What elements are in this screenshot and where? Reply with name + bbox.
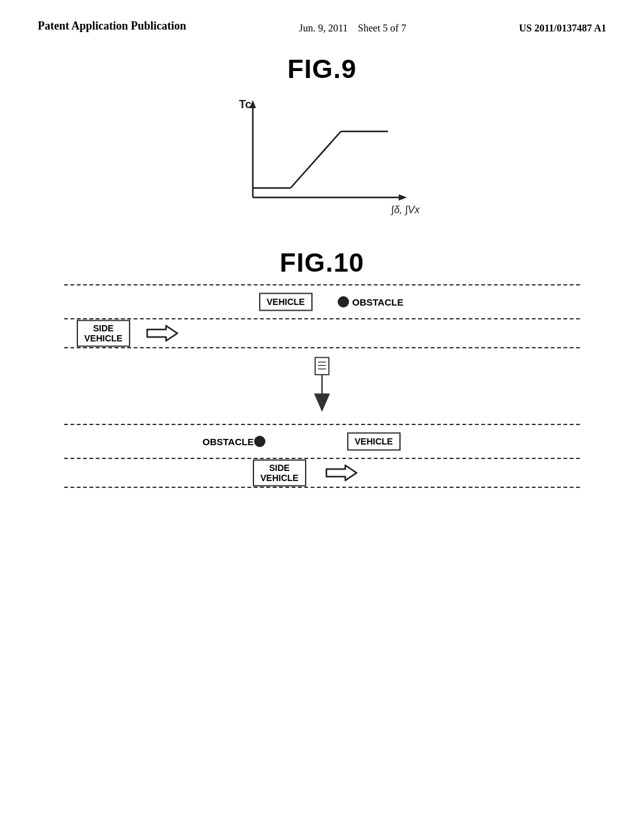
scene2: OBSTACLE VEHICLE SIDE VEHICLE xyxy=(64,424,580,488)
fig9-graph-container: Tc ∫δ, ∫Vx xyxy=(0,91,644,229)
svg-marker-9 xyxy=(147,326,177,341)
side-vehicle-box-2: SIDE VEHICLE xyxy=(253,460,306,487)
publication-title: Patent Application Publication xyxy=(38,19,186,33)
down-arrow xyxy=(303,348,341,424)
top-lane-1: VEHICLE OBSTACLE xyxy=(64,285,580,318)
svg-marker-15 xyxy=(314,394,330,412)
scene1: VEHICLE OBSTACLE SIDE VEHICLE xyxy=(64,284,580,348)
road-line-bot-1 xyxy=(64,347,580,348)
vehicle-box-2: VEHICLE xyxy=(347,433,401,451)
fig9-graph: Tc ∫δ, ∫Vx xyxy=(203,91,441,229)
svg-marker-3 xyxy=(399,194,407,201)
road-line-bot-2 xyxy=(64,487,580,488)
svg-text:∫δ, ∫Vx: ∫δ, ∫Vx xyxy=(391,204,420,216)
obstacle-dot-2 xyxy=(254,436,265,447)
obstacle-label-1: OBSTACLE xyxy=(352,297,403,307)
side-vehicle-box-1: SIDE VEHICLE xyxy=(77,320,130,347)
vehicle-box-1: VEHICLE xyxy=(259,293,313,311)
top-lane-2: OBSTACLE VEHICLE xyxy=(64,425,580,458)
publication-date-sheet: Jun. 9, 2011 Sheet 5 of 7 xyxy=(299,19,406,35)
patent-number: US 2011/0137487 A1 xyxy=(519,19,606,35)
svg-line-7 xyxy=(291,131,341,188)
bottom-lane-2: SIDE VEHICLE xyxy=(64,459,580,487)
arrow-right-1 xyxy=(146,323,179,343)
arrow-right-2 xyxy=(325,463,358,483)
page-header: Patent Application Publication Jun. 9, 2… xyxy=(0,0,644,42)
obstacle-label-2: OBSTACLE xyxy=(203,436,253,447)
svg-marker-16 xyxy=(326,465,357,480)
obstacle-dot-1 xyxy=(338,296,349,307)
svg-rect-10 xyxy=(315,358,329,375)
fig10-title: FIG.10 xyxy=(0,248,644,278)
fig10-container: VEHICLE OBSTACLE SIDE VEHICLE xyxy=(0,284,644,488)
svg-text:Tc: Tc xyxy=(239,98,252,111)
sheet-info: Sheet 5 of 7 xyxy=(358,23,406,33)
fig9-title: FIG.9 xyxy=(0,54,644,84)
publication-date: Jun. 9, 2011 xyxy=(299,23,348,33)
bottom-lane-1: SIDE VEHICLE xyxy=(64,319,580,347)
